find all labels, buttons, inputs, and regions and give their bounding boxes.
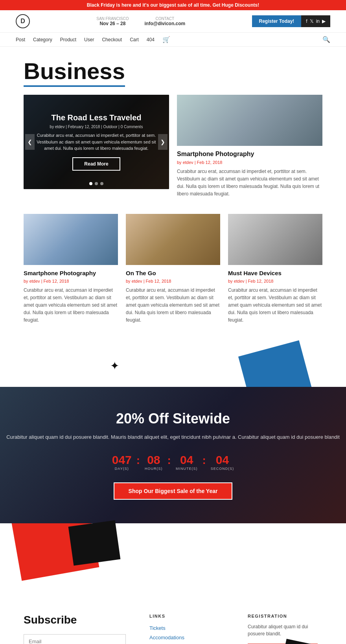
nav-product[interactable]: Product bbox=[60, 37, 76, 42]
sidebar-featured-article: Smartphone Photography by etdev | Feb 12… bbox=[177, 95, 322, 198]
slider-title: The Road Less Traveled bbox=[52, 113, 142, 122]
location-label: SAN FRANCISCO bbox=[96, 17, 129, 21]
main-content: The Road Less Traveled by etdev | Februa… bbox=[0, 95, 346, 356]
facebook-icon[interactable]: f bbox=[306, 18, 307, 24]
countdown-hours: 08 HOUR(S) bbox=[140, 453, 167, 471]
shop-sale-button[interactable]: Shop Our Biggest Sale of the Year bbox=[114, 482, 233, 500]
article-title-3: Must Have Devices bbox=[228, 270, 322, 276]
footer-registration: REGISTRATION Curabitur aliquet quam id d… bbox=[248, 614, 322, 644]
footer-reg-text: Curabitur aliquet quam id dui posuere bl… bbox=[248, 623, 322, 637]
email-input[interactable] bbox=[24, 634, 126, 644]
nav-checkout[interactable]: Checkout bbox=[102, 37, 122, 42]
top-banner: Black Friday is here and it's our bigges… bbox=[0, 0, 346, 10]
nav-404[interactable]: 404 bbox=[147, 37, 155, 42]
top-banner-text: Black Friday is here and it's our bigges… bbox=[87, 2, 259, 8]
subscribe-title: Subscribe bbox=[24, 614, 126, 626]
footer-reg-title: REGISTRATION bbox=[248, 614, 322, 618]
article-image-3 bbox=[228, 214, 322, 265]
article-card-2: On The Go by etdev | Feb 12, 2018 Curabi… bbox=[126, 214, 220, 324]
countdown-seconds-value: 04 bbox=[211, 453, 234, 467]
countdown-days-label: DAY(S) bbox=[112, 467, 132, 471]
header: D SAN FRANCISCO Nov 26 – 28 CONTACT info… bbox=[0, 10, 346, 33]
article-meta-2: by etdev | Feb 12, 2018 bbox=[126, 279, 220, 283]
sidebar-article-excerpt: Curabitur arcu erat, accumsan id imperdi… bbox=[177, 168, 322, 198]
article-body-2: Curabitur arcu erat, accumsan id imperdi… bbox=[126, 287, 220, 324]
slider-dot-3[interactable] bbox=[100, 182, 103, 185]
footer-links-list: Tickets Accomodations Schedule Speakers … bbox=[149, 625, 224, 644]
search-icon[interactable]: 🔍 bbox=[322, 36, 330, 43]
deco-above: ✦ bbox=[0, 355, 346, 387]
list-item: Tickets bbox=[149, 625, 224, 631]
article-image-2 bbox=[126, 214, 220, 265]
countdown-sep-1: : bbox=[136, 453, 140, 467]
header-social-icons: f 𝕏 in ▶ bbox=[301, 15, 330, 27]
countdown-minutes-label: MINUTE(S) bbox=[176, 467, 198, 471]
list-item: Accomodations bbox=[149, 634, 224, 640]
contact-value: info@divicon.com bbox=[145, 21, 186, 26]
nav-category[interactable]: Category bbox=[33, 37, 52, 42]
contact-block: CONTACT info@divicon.com bbox=[145, 17, 186, 26]
sidebar-article-meta: by etdev | Feb 12, 2018 bbox=[177, 160, 322, 165]
location-dates: Nov 26 – 28 bbox=[96, 21, 129, 26]
nav-post[interactable]: Post bbox=[16, 37, 25, 42]
promo-title: 20% Off Sitewide bbox=[0, 410, 346, 427]
featured-row: The Road Less Traveled by etdev | Februa… bbox=[24, 95, 322, 198]
article-grid: Smartphone Photography by etdev | Feb 12… bbox=[24, 214, 322, 324]
footer-content: Subscribe Subscribe LINKS Tickets Accomo… bbox=[0, 594, 346, 644]
article-card-1: Smartphone Photography by etdev | Feb 12… bbox=[24, 214, 118, 324]
countdown-days: 047 DAY(S) bbox=[107, 453, 136, 471]
article-image-1 bbox=[24, 214, 118, 265]
location-block: SAN FRANCISCO Nov 26 – 28 bbox=[96, 17, 129, 26]
countdown-minutes-value: 04 bbox=[176, 453, 198, 467]
slider-overlay: The Road Less Traveled by etdev | Februa… bbox=[24, 95, 169, 189]
countdown-minutes: 04 MINUTE(S) bbox=[171, 453, 202, 471]
article-card-3: Must Have Devices by etdev | Feb 12, 201… bbox=[228, 214, 322, 324]
countdown-row: 047 DAY(S) : 08 HOUR(S) : 04 MINUTE(S) :… bbox=[0, 453, 346, 471]
slider-meta: by etdev | February 12, 2018 | Outdoor |… bbox=[50, 125, 143, 129]
slider-dot-1[interactable] bbox=[89, 182, 92, 185]
linkedin-icon[interactable]: in bbox=[316, 18, 320, 24]
sidebar-article-image bbox=[177, 95, 322, 146]
countdown-hours-label: HOUR(S) bbox=[145, 467, 163, 471]
countdown-seconds: 04 SECOND(S) bbox=[206, 453, 239, 471]
link-accomodations[interactable]: Accomodations bbox=[149, 635, 184, 640]
promo-wrapper: ✦ 20% Off Sitewide Curabitur aliquet qua… bbox=[0, 355, 346, 594]
header-info: SAN FRANCISCO Nov 26 – 28 CONTACT info@d… bbox=[96, 17, 185, 26]
deco-below bbox=[0, 523, 346, 570]
contact-label: CONTACT bbox=[145, 17, 186, 21]
register-header-button[interactable]: Register Today! bbox=[252, 15, 302, 27]
slider-dots bbox=[89, 182, 103, 185]
logo: D bbox=[16, 14, 30, 28]
countdown-sep-2: : bbox=[167, 453, 171, 467]
cart-icon[interactable]: 🛒 bbox=[162, 36, 170, 43]
star-decoration: ✦ bbox=[110, 359, 119, 372]
countdown-sep-3: : bbox=[202, 453, 206, 467]
nav-cart[interactable]: Cart bbox=[130, 37, 139, 42]
article-body-3: Curabitur arcu erat, accumsan id imperdi… bbox=[228, 287, 322, 324]
featured-slider: The Road Less Traveled by etdev | Februa… bbox=[24, 95, 169, 189]
page-title-section: Business bbox=[0, 47, 346, 95]
slider-prev-button[interactable]: ❮ bbox=[25, 134, 35, 150]
countdown-seconds-label: SECOND(S) bbox=[211, 467, 234, 471]
slider-dot-2[interactable] bbox=[95, 182, 98, 185]
footer-grid: Subscribe Subscribe LINKS Tickets Accomo… bbox=[24, 614, 322, 644]
main-nav: Post Category Product User Checkout Cart… bbox=[0, 33, 346, 47]
youtube-icon[interactable]: ▶ bbox=[322, 18, 326, 24]
link-tickets[interactable]: Tickets bbox=[149, 625, 166, 631]
footer-subscribe: Subscribe Subscribe bbox=[24, 614, 126, 644]
nav-user[interactable]: User bbox=[84, 37, 94, 42]
article-meta-1: by etdev | Feb 12, 2018 bbox=[24, 279, 118, 283]
slider-excerpt: Curabitur arcu erat, accumsan id imperdi… bbox=[31, 132, 161, 152]
article-title-1: Smartphone Photography bbox=[24, 270, 118, 276]
read-more-button[interactable]: Read More bbox=[72, 157, 120, 171]
slider-next-button[interactable]: ❯ bbox=[158, 134, 167, 150]
countdown-hours-value: 08 bbox=[145, 453, 163, 467]
twitter-icon[interactable]: 𝕏 bbox=[310, 18, 314, 24]
article-title-2: On The Go bbox=[126, 270, 220, 276]
article-meta-3: by etdev | Feb 12, 2018 bbox=[228, 279, 322, 283]
promo-section: 20% Off Sitewide Curabitur aliquet quam … bbox=[0, 387, 346, 523]
dark-shape-decoration bbox=[68, 520, 121, 566]
article-body-1: Curabitur arcu erat, accumsan id imperdi… bbox=[24, 287, 118, 324]
footer-links-title: LINKS bbox=[149, 614, 224, 618]
footer-links: LINKS Tickets Accomodations Schedule Spe… bbox=[149, 614, 224, 644]
